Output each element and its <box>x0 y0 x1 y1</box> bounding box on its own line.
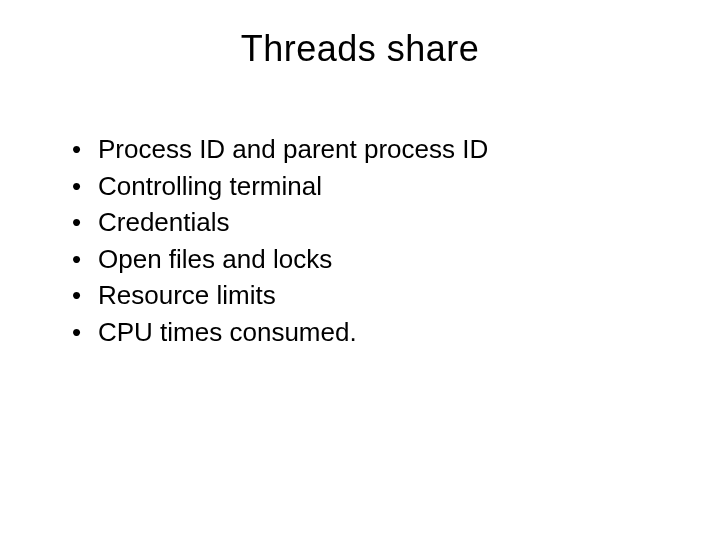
list-item: Credentials <box>68 205 660 240</box>
slide: Threads share Process ID and parent proc… <box>0 0 720 540</box>
bullet-list: Process ID and parent process ID Control… <box>60 132 660 349</box>
list-item: Resource limits <box>68 278 660 313</box>
list-item: Process ID and parent process ID <box>68 132 660 167</box>
list-item: Controlling terminal <box>68 169 660 204</box>
list-item: Open files and locks <box>68 242 660 277</box>
slide-title: Threads share <box>60 28 660 70</box>
list-item: CPU times consumed. <box>68 315 660 350</box>
